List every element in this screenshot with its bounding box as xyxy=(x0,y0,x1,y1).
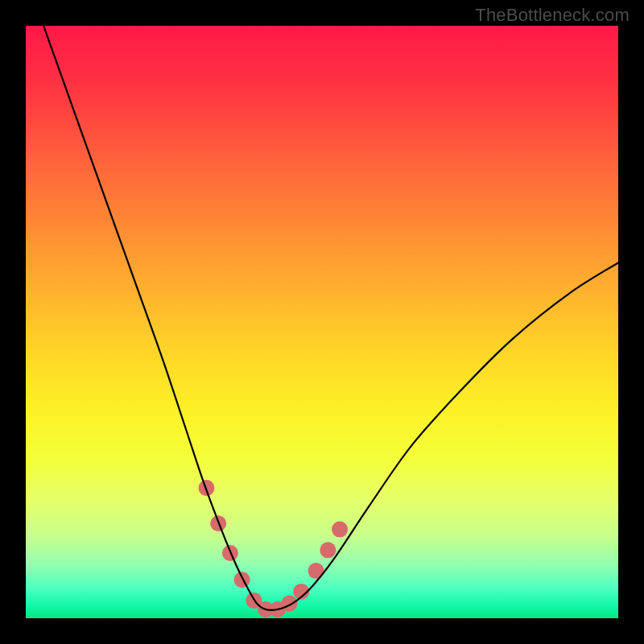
watermark-text: TheBottleneck.com xyxy=(475,5,630,26)
highlight-dot xyxy=(320,542,336,558)
chart-markers xyxy=(198,480,348,617)
chart-frame: TheBottleneck.com xyxy=(0,0,644,644)
highlight-dot xyxy=(282,596,298,612)
chart-plot-area xyxy=(26,26,618,618)
chart-svg xyxy=(26,26,618,618)
highlight-dot xyxy=(234,572,250,588)
highlight-dot xyxy=(332,522,348,538)
bottleneck-curve xyxy=(43,26,618,610)
